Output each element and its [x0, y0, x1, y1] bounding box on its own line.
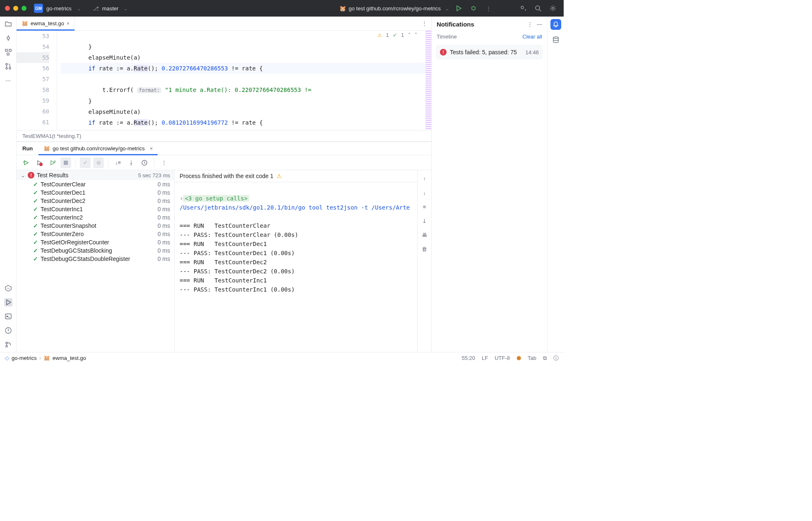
chevron-down-icon[interactable]: ⌄ [445, 5, 449, 12]
setup-calls[interactable]: <3 go setup calls> [183, 195, 249, 202]
project-name[interactable]: go-metrics [46, 5, 72, 12]
test-row[interactable]: ✓TestCounterDec20 ms [17, 197, 174, 205]
run-configuration[interactable]: 🐹 go test github.com/rcrowley/go-metrics… [339, 5, 449, 12]
test-row[interactable]: ✓TestCounterDec10 ms [17, 188, 174, 197]
editor[interactable]: ⚠1 ✓1 ˄ ˅ 53 54 55 56 57 58 59 60 61 } e… [17, 31, 431, 130]
search-icon[interactable] [532, 2, 544, 14]
scroll-down-icon[interactable]: ↓ [420, 188, 429, 197]
chevron-down-icon[interactable]: ⌄ [123, 5, 128, 12]
error-stripe[interactable] [425, 31, 431, 130]
chevron-down-icon[interactable]: ⌄ [77, 5, 81, 12]
clear-all-button[interactable]: Clear all [522, 34, 542, 40]
show-passed-button[interactable]: ✓ [80, 157, 91, 168]
project-tool-icon[interactable] [4, 20, 12, 28]
run-tab-title[interactable]: Run [17, 142, 38, 155]
readonly-icon[interactable]: ⧉ [543, 355, 547, 362]
clear-console-icon[interactable]: 🗑 [420, 245, 429, 253]
run-tab-config[interactable]: 🐹 go test github.com/rcrowley/go-metrics… [38, 142, 158, 155]
test-row[interactable]: ✓TestCounterSnapshot0 ms [17, 222, 174, 230]
import-button[interactable]: ⭳ [126, 157, 137, 168]
debug-button[interactable] [468, 2, 479, 14]
branch-icon[interactable]: ⎇ [93, 5, 99, 12]
notification-item[interactable]: ! Tests failed: 5, passed: 75 14:46 [436, 45, 543, 60]
test-duration: 0 ms [158, 239, 170, 246]
file-tab-ewma-test[interactable]: 🐹 ewma_test.go × [17, 17, 75, 30]
notification-time: 14:46 [525, 49, 539, 55]
services-tool-icon[interactable] [4, 284, 12, 292]
more-icon[interactable]: ⋮ [527, 21, 533, 27]
test-duration: 0 ms [158, 181, 170, 188]
window-controls[interactable] [5, 6, 26, 11]
code-area[interactable]: } elapseMinute(a) if rate := a.Rate(); 0… [57, 31, 425, 130]
crumb-root[interactable]: go-metrics [12, 355, 37, 361]
branch-name[interactable]: master [102, 5, 119, 12]
indent-mode[interactable]: Tab [528, 355, 536, 361]
test-tree[interactable]: ⌄ ! Test Results 5 sec 723 ms ✓TestCount… [17, 170, 175, 352]
close-icon[interactable]: × [150, 145, 153, 152]
scroll-to-end-icon[interactable]: ⤓ [420, 217, 429, 225]
more-tools-icon[interactable]: ⋯ [4, 76, 12, 84]
test-name: TestCounterClear [41, 181, 86, 188]
test-duration: 0 ms [158, 256, 170, 262]
sort-button[interactable]: ↓≡ [113, 157, 123, 168]
soft-wrap-icon[interactable]: ≡ [420, 203, 429, 211]
line-separator[interactable]: LF [482, 355, 488, 361]
test-results-header[interactable]: ⌄ ! Test Results 5 sec 723 ms [17, 170, 174, 180]
rerun-failed-button[interactable] [34, 157, 45, 168]
notification-message: Tests failed: 5, passed: 75 [450, 49, 517, 55]
database-tool-icon[interactable] [552, 36, 560, 44]
function-breadcrumb[interactable]: TestEWMA1(t *testing.T) [17, 130, 431, 142]
test-row[interactable]: ✓TestCounterZero0 ms [17, 230, 174, 238]
terminal-tool-icon[interactable] [4, 312, 12, 321]
code-with-me-icon[interactable] [517, 2, 529, 14]
svg-point-0 [472, 7, 475, 10]
history-button[interactable] [139, 157, 150, 168]
test-name: TestCounterInc2 [41, 214, 83, 221]
minimize-window-icon[interactable] [13, 6, 18, 11]
test-duration: 0 ms [158, 247, 170, 254]
notifications-bell-icon[interactable] [550, 19, 561, 30]
print-icon[interactable]: 🖶 [420, 231, 429, 239]
go-indicator-icon[interactable]: ⬢ [517, 355, 521, 361]
go-file-icon: 🐹 [22, 20, 28, 27]
stop-button [60, 157, 71, 168]
more-actions-button[interactable]: ⋮ [483, 2, 494, 14]
crumb-file[interactable]: ewma_test.go [53, 355, 86, 361]
test-row[interactable]: ✓TestCounterInc20 ms [17, 213, 174, 222]
tab-more-icon[interactable]: ⋮ [422, 20, 427, 27]
problems-tool-icon[interactable] [4, 326, 12, 335]
test-row[interactable]: ✓TestCounterClear0 ms [17, 180, 174, 188]
pull-requests-icon[interactable] [4, 62, 12, 70]
test-row[interactable]: ✓TestGetOrRegisterCounter0 ms [17, 238, 174, 246]
more-options-button[interactable]: ⋮ [159, 157, 169, 168]
run-config-label: go test github.com/rcrowley/go-metrics [348, 5, 441, 12]
minimize-icon[interactable]: — [537, 21, 542, 27]
settings-icon[interactable] [547, 2, 559, 14]
structure-tool-icon[interactable] [4, 48, 12, 56]
caret-position[interactable]: 55:20 [461, 355, 475, 361]
editor-tabs: 🐹 ewma_test.go × ⋮ [17, 17, 431, 31]
close-window-icon[interactable] [5, 6, 10, 11]
test-row[interactable]: ✓TestDebugGCStatsDoubleRegister0 ms [17, 255, 174, 263]
pass-icon: ✓ [33, 247, 38, 254]
go-file-icon: 🐹 [43, 355, 50, 361]
test-row[interactable]: ✓TestDebugGCStatsBlocking0 ms [17, 246, 174, 255]
console[interactable]: Process finished with the exit code 1 ⚠ … [175, 170, 417, 352]
chevron-down-icon[interactable]: ⌄ [21, 172, 25, 178]
test-duration: 0 ms [158, 189, 170, 196]
rerun-button[interactable] [21, 157, 31, 168]
show-ignored-button[interactable]: ⊘ [93, 157, 104, 168]
maximize-window-icon[interactable] [22, 6, 26, 11]
run-button[interactable] [453, 2, 464, 14]
run-tool-icon[interactable] [4, 298, 12, 306]
svg-point-10 [9, 68, 11, 69]
toggle-autotest-button[interactable] [47, 157, 58, 168]
scroll-up-icon[interactable]: ↑ [420, 174, 429, 183]
test-row[interactable]: ✓TestCounterInc10 ms [17, 205, 174, 213]
file-encoding[interactable]: UTF-8 [495, 355, 510, 361]
commit-tool-icon[interactable] [4, 34, 12, 42]
problems-indicator-icon[interactable]: ⓘ [553, 355, 559, 362]
svg-point-9 [6, 68, 7, 69]
vcs-tool-icon[interactable] [4, 340, 12, 349]
close-tab-icon[interactable]: × [67, 21, 70, 27]
